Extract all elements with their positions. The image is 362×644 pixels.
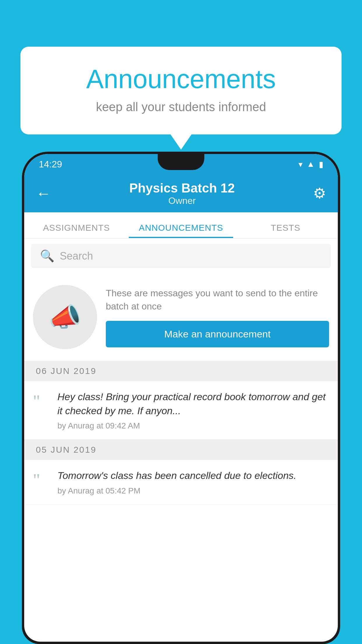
- settings-icon[interactable]: ⚙: [313, 185, 326, 202]
- announcement-text-1: Hey class! Bring your practical record b…: [57, 390, 329, 418]
- wifi-icon: ▾: [298, 160, 303, 169]
- search-icon: 🔍: [40, 249, 55, 263]
- megaphone-icon: 📣: [49, 302, 81, 332]
- make-announcement-button[interactable]: Make an announcement: [106, 321, 329, 347]
- search-box[interactable]: 🔍 Search: [31, 244, 331, 268]
- date-separator-2: 05 JUN 2019: [24, 440, 338, 460]
- phone-frame: 14:29 ▾ ▲ ▮ ← Physics Batch 12 Owner ⚙ A…: [22, 152, 340, 644]
- phone-screen: 14:29 ▾ ▲ ▮ ← Physics Batch 12 Owner ⚙ A…: [24, 154, 338, 642]
- batch-title: Physics Batch 12: [129, 181, 235, 195]
- promo-icon-circle: 📣: [33, 285, 97, 349]
- announcement-text-2: Tomorrow's class has been cancelled due …: [57, 469, 329, 483]
- owner-label: Owner: [129, 195, 235, 206]
- tab-assignments[interactable]: ASSIGNMENTS: [24, 223, 129, 238]
- quote-icon-1: ": [33, 392, 50, 410]
- search-container: 🔍 Search: [24, 239, 338, 273]
- speech-bubble: Announcements keep all your students inf…: [20, 47, 342, 134]
- notch: [158, 154, 204, 170]
- announcement-promo: 📣 These are messages you want to send to…: [24, 273, 338, 361]
- announcement-meta-1: by Anurag at 09:42 AM: [57, 421, 329, 430]
- promo-description: These are messages you want to send to t…: [106, 287, 329, 313]
- announcement-content-2: Tomorrow's class has been cancelled due …: [57, 469, 329, 496]
- status-time: 14:29: [39, 159, 62, 170]
- search-placeholder: Search: [60, 250, 93, 262]
- tabs-bar: ASSIGNMENTS ANNOUNCEMENTS TESTS: [24, 212, 338, 239]
- back-button[interactable]: ←: [36, 185, 51, 202]
- status-icons: ▾ ▲ ▮: [298, 160, 323, 169]
- speech-bubble-section: Announcements keep all your students inf…: [20, 47, 342, 134]
- signal-icon: ▲: [307, 160, 315, 169]
- announcement-meta-2: by Anurag at 05:42 PM: [57, 486, 329, 496]
- announcement-item-2[interactable]: " Tomorrow's class has been cancelled du…: [24, 460, 338, 505]
- date-separator-1: 06 JUN 2019: [24, 361, 338, 381]
- battery-icon: ▮: [319, 160, 323, 169]
- header-title-group: Physics Batch 12 Owner: [129, 181, 235, 206]
- status-bar: 14:29 ▾ ▲ ▮: [24, 154, 338, 174]
- promo-right: These are messages you want to send to t…: [106, 287, 329, 348]
- tab-announcements[interactable]: ANNOUNCEMENTS: [129, 223, 233, 238]
- announcement-item-1[interactable]: " Hey class! Bring your practical record…: [24, 381, 338, 440]
- tab-tests[interactable]: TESTS: [233, 223, 338, 238]
- bubble-subtitle: keep all your students informed: [44, 100, 318, 114]
- bubble-title: Announcements: [44, 64, 318, 94]
- app-header: ← Physics Batch 12 Owner ⚙: [24, 174, 338, 212]
- quote-icon-2: ": [33, 471, 50, 489]
- announcement-content-1: Hey class! Bring your practical record b…: [57, 390, 329, 430]
